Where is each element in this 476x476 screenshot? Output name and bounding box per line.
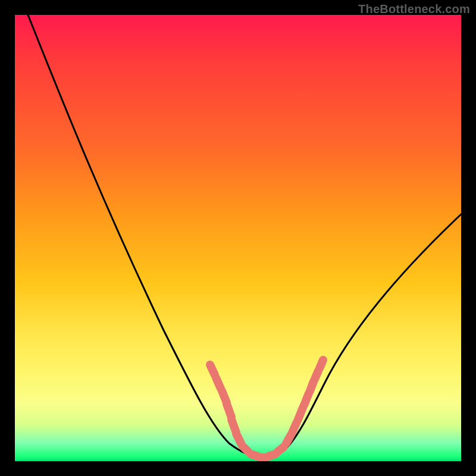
chart-frame: TheBottleneck.com xyxy=(0,0,476,476)
sweet-spot-markers xyxy=(210,360,324,458)
plot-area xyxy=(15,15,461,461)
bottleneck-curve xyxy=(28,15,461,458)
curve-svg xyxy=(15,15,461,461)
watermark-text: TheBottleneck.com xyxy=(358,2,470,16)
